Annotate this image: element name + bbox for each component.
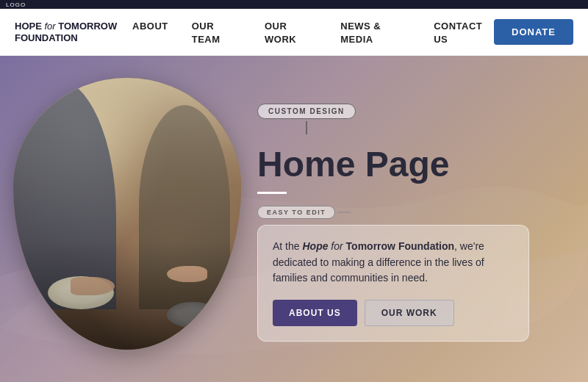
cta-buttons: ABOUT US OUR WORK <box>273 300 514 326</box>
donate-button[interactable]: DONATE <box>494 19 573 45</box>
hero-title-underline <box>257 192 287 194</box>
hero-photo-inner <box>13 78 241 350</box>
about-us-button[interactable]: ABOUT US <box>273 300 357 326</box>
logo-area: HOPE for TOMORROW FOUNDATION <box>15 21 132 43</box>
hero-content: CUSTOM DESIGN Home Page EASY TO EDIT At … <box>257 78 573 367</box>
navbar: HOPE for TOMORROW FOUNDATION ABOUT OUR T… <box>0 9 588 56</box>
top-bar-logo: LOGO <box>6 1 26 8</box>
our-work-button[interactable]: OUR WORK <box>365 300 454 326</box>
hero-section: CUSTOM DESIGN Home Page EASY TO EDIT At … <box>0 56 588 382</box>
nav-item-about[interactable]: ABOUT <box>132 19 168 46</box>
nav-item-our-team[interactable]: OUR TEAM <box>192 19 241 46</box>
nav-item-contact-us[interactable]: CONTACT US <box>434 19 494 46</box>
description-card: At the Hope for Tomorrow Foundation, we'… <box>257 225 529 342</box>
top-bar: LOGO <box>0 0 588 9</box>
description-text: At the Hope for Tomorrow Foundation, we'… <box>273 239 514 286</box>
logo-text: HOPE for TOMORROW FOUNDATION <box>15 21 132 43</box>
nav-item-our-work[interactable]: OUR WORK <box>265 19 317 46</box>
hero-photo <box>13 78 241 350</box>
easy-to-edit-tag: EASY TO EDIT <box>257 206 335 219</box>
hero-title: Home Page <box>257 145 573 184</box>
photo-overlay <box>13 241 241 350</box>
custom-design-tag: CUSTOM DESIGN <box>257 104 356 119</box>
nav-item-news-media[interactable]: NEWS & MEDIA <box>340 19 410 46</box>
nav-links: ABOUT OUR TEAM OUR WORK NEWS & MEDIA CON… <box>132 19 494 46</box>
